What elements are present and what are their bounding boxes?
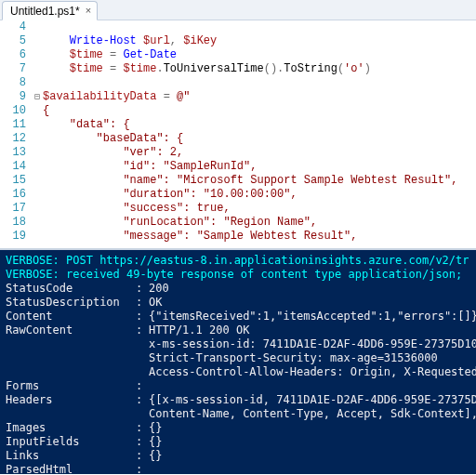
verbose-line: VERBOSE: POST https://eastus-8.in.applic…	[6, 254, 470, 268]
property-sep: :	[136, 435, 149, 449]
code-text: "id": "SampleRunId",	[43, 160, 476, 174]
output-property: Headers: {[x-ms-session-id, 7411DA1E-D2A…	[6, 393, 470, 407]
fold-toggle	[32, 188, 43, 202]
line-number: 10	[0, 104, 32, 118]
property-value-cont: x-ms-session-id: 7411DA1E-D2AF-4DD6-959E…	[6, 337, 470, 351]
property-value	[149, 463, 470, 474]
line-number: 17	[0, 202, 32, 216]
fold-toggle	[32, 216, 43, 230]
line-number: 9	[0, 90, 32, 104]
fold-toggle	[32, 146, 43, 160]
line-number: 16	[0, 188, 32, 202]
code-text	[43, 20, 476, 34]
code-text: Write-Host $url, $iKey	[43, 34, 476, 48]
code-text: "duration": "10.00:00:00",	[43, 188, 476, 202]
property-value: OK	[149, 296, 470, 310]
output-property: Forms:	[6, 379, 470, 393]
fold-toggle	[32, 174, 43, 188]
output-property: ParsedHtml:	[6, 463, 470, 474]
tab-title: Untitled1.ps1*	[10, 5, 80, 18]
line-number: 4	[0, 20, 32, 34]
property-value-cont: Content-Name, Content-Type, Accept, Sdk-…	[6, 407, 470, 421]
output-property: RawContent: HTTP/1.1 200 OK	[6, 323, 470, 337]
editor-line[interactable]: 15 "name": "Microsoft Support Sample Web…	[0, 174, 476, 188]
line-number: 14	[0, 160, 32, 174]
fold-toggle[interactable]: ⊟	[32, 90, 43, 104]
script-editor[interactable]: 45 Write-Host $url, $iKey6 $time = Get-D…	[0, 20, 476, 250]
editor-line[interactable]: 9⊟$availabilityData = @"	[0, 90, 476, 104]
editor-line[interactable]: 14 "id": "SampleRunId",	[0, 160, 476, 174]
editor-line[interactable]: 4	[0, 20, 476, 34]
property-name: Images	[6, 421, 136, 435]
editor-line[interactable]: 18 "runLocation": "Region Name",	[0, 216, 476, 230]
line-number: 5	[0, 34, 32, 48]
fold-toggle	[32, 48, 43, 62]
property-name: Content	[6, 310, 136, 323]
property-name: StatusDescription	[6, 296, 136, 310]
property-value: {[x-ms-session-id, 7411DA1E-D2AF-4DD6-95…	[149, 393, 476, 407]
property-sep: :	[136, 379, 149, 393]
property-value-cont: Strict-Transport-Security: max-age=31536…	[6, 351, 470, 365]
editor-line[interactable]: 13 "ver": 2,	[0, 146, 476, 160]
output-property: InputFields: {}	[6, 435, 470, 449]
close-icon[interactable]: ×	[86, 6, 91, 16]
line-number: 18	[0, 216, 32, 230]
property-value: {}	[149, 421, 470, 435]
property-sep: :	[136, 296, 149, 310]
line-number: 8	[0, 76, 32, 90]
code-text: "message": "Sample Webtest Result",	[43, 230, 476, 244]
line-number: 15	[0, 174, 32, 188]
output-property: StatusDescription: OK	[6, 296, 470, 310]
fold-toggle	[32, 104, 43, 118]
fold-toggle	[32, 202, 43, 216]
code-text: "ver": 2,	[43, 146, 476, 160]
line-number: 19	[0, 230, 32, 244]
fold-toggle	[32, 20, 43, 34]
fold-toggle	[32, 160, 43, 174]
code-text: $availabilityData = @"	[43, 90, 476, 104]
editor-line[interactable]: 11 "data": {	[0, 118, 476, 132]
output-property: StatusCode: 200	[6, 282, 470, 296]
property-sep: :	[136, 393, 149, 407]
editor-line[interactable]: 8	[0, 76, 476, 90]
editor-line[interactable]: 16 "duration": "10.00:00:00",	[0, 188, 476, 202]
line-number: 13	[0, 146, 32, 160]
property-value: {}	[149, 435, 470, 449]
editor-line[interactable]: 12 "baseData": {	[0, 132, 476, 146]
property-name: ParsedHtml	[6, 463, 136, 474]
fold-toggle	[32, 62, 43, 76]
property-value: {}	[149, 449, 470, 463]
code-text: "data": {	[43, 118, 476, 132]
property-name: Links	[6, 449, 136, 463]
fold-toggle	[32, 132, 43, 146]
editor-line[interactable]: 6 $time = Get-Date	[0, 48, 476, 62]
tab-untitled1[interactable]: Untitled1.ps1* ×	[2, 1, 98, 20]
property-name: RawContent	[6, 323, 136, 337]
output-property: Images: {}	[6, 421, 470, 435]
fold-toggle	[32, 76, 43, 90]
editor-line[interactable]: 5 Write-Host $url, $iKey	[0, 34, 476, 48]
console-output[interactable]: VERBOSE: POST https://eastus-8.in.applic…	[0, 250, 476, 474]
property-value-cont: Access-Control-Allow-Headers: Origin, X-…	[6, 365, 470, 379]
property-sep: :	[136, 449, 149, 463]
editor-line[interactable]: 17 "success": true,	[0, 202, 476, 216]
code-text: $time = $time.ToUniversalTime().ToString…	[43, 62, 476, 76]
property-name: StatusCode	[6, 282, 136, 296]
code-text	[43, 76, 476, 90]
editor-line[interactable]: 7 $time = $time.ToUniversalTime().ToStri…	[0, 62, 476, 76]
editor-line[interactable]: 10{	[0, 104, 476, 118]
property-sep: :	[136, 282, 149, 296]
code-text: $time = Get-Date	[43, 48, 476, 62]
line-number: 6	[0, 48, 32, 62]
code-text: "runLocation": "Region Name",	[43, 216, 476, 230]
property-sep: :	[136, 323, 149, 337]
code-text: {	[43, 104, 476, 118]
output-property: Links: {}	[6, 449, 470, 463]
property-name: InputFields	[6, 435, 136, 449]
property-sep: :	[136, 421, 149, 435]
code-text: "success": true,	[43, 202, 476, 216]
property-value: {"itemsReceived":1,"itemsAccepted":1,"er…	[149, 310, 476, 323]
fold-toggle	[32, 230, 43, 244]
editor-line[interactable]: 19 "message": "Sample Webtest Result",	[0, 230, 476, 244]
output-property: Content: {"itemsReceived":1,"itemsAccept…	[6, 310, 470, 323]
